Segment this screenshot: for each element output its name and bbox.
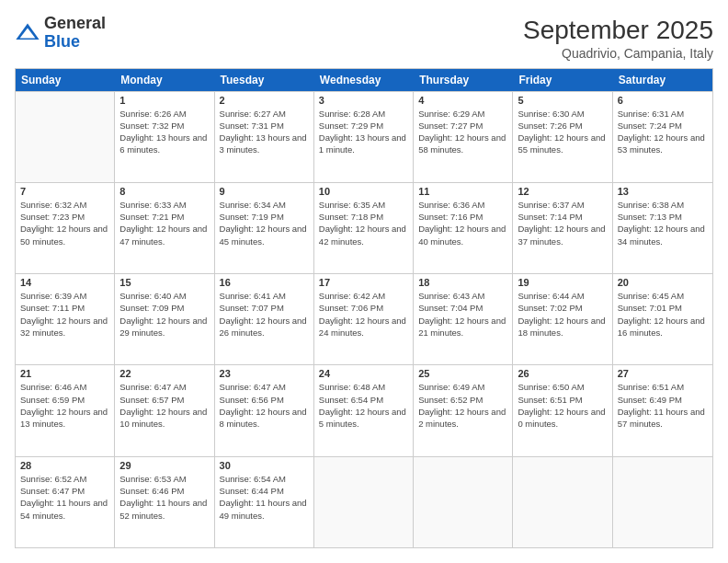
sunset-label: Sunset: 7:06 PM [319, 303, 383, 313]
dow-thursday: Thursday [414, 69, 513, 91]
sunset-label: Sunset: 7:18 PM [319, 212, 383, 222]
sunrise-label: Sunrise: 6:47 AM [119, 382, 186, 392]
day-info: Sunrise: 6:26 AMSunset: 7:32 PMDaylight:… [119, 108, 209, 156]
cell-4-1: 21Sunrise: 6:46 AMSunset: 6:59 PMDayligh… [16, 365, 115, 455]
day-info: Sunrise: 6:37 AMSunset: 7:14 PMDaylight:… [518, 199, 607, 247]
cell-4-6: 26Sunrise: 6:50 AMSunset: 6:51 PMDayligh… [513, 365, 612, 455]
sunset-label: Sunset: 7:27 PM [418, 121, 483, 131]
sunrise-label: Sunrise: 6:44 AM [518, 291, 584, 301]
sunrise-label: Sunrise: 6:30 AM [518, 109, 584, 119]
day-number: 18 [418, 277, 507, 288]
day-info: Sunrise: 6:39 AMSunset: 7:11 PMDaylight:… [20, 290, 109, 339]
sunrise-label: Sunrise: 6:38 AM [618, 200, 684, 210]
sunset-label: Sunset: 7:32 PM [119, 121, 184, 131]
daylight-label: Daylight: 12 hours and 45 minutes. [220, 224, 307, 246]
sunset-label: Sunset: 6:44 PM [220, 486, 284, 496]
sunset-label: Sunset: 7:29 PM [319, 121, 383, 131]
day-info: Sunrise: 6:50 AMSunset: 6:51 PMDaylight:… [518, 381, 607, 430]
daylight-label: Daylight: 12 hours and 13 minutes. [20, 407, 108, 429]
day-info: Sunrise: 6:35 AMSunset: 7:18 PMDaylight:… [319, 199, 408, 247]
sunrise-label: Sunrise: 6:35 AM [319, 200, 385, 210]
day-info: Sunrise: 6:32 AMSunset: 7:23 PMDaylight:… [20, 199, 109, 247]
daylight-label: Daylight: 12 hours and 42 minutes. [319, 224, 406, 246]
sunrise-label: Sunrise: 6:37 AM [518, 200, 584, 210]
day-number: 13 [618, 186, 708, 197]
cell-2-6: 12Sunrise: 6:37 AMSunset: 7:14 PMDayligh… [513, 183, 612, 273]
cell-4-3: 23Sunrise: 6:47 AMSunset: 6:56 PMDayligh… [215, 365, 314, 455]
daylight-label: Daylight: 12 hours and 47 minutes. [119, 224, 207, 246]
daylight-label: Daylight: 11 hours and 54 minutes. [20, 498, 108, 520]
day-info: Sunrise: 6:47 AMSunset: 6:56 PMDaylight:… [220, 381, 309, 430]
sunrise-label: Sunrise: 6:49 AM [418, 382, 484, 392]
cell-5-4 [314, 457, 414, 547]
sunrise-label: Sunrise: 6:40 AM [119, 291, 186, 301]
daylight-label: Daylight: 12 hours and 10 minutes. [119, 407, 207, 429]
day-info: Sunrise: 6:34 AMSunset: 7:19 PMDaylight:… [220, 199, 309, 247]
sunset-label: Sunset: 7:21 PM [119, 212, 184, 222]
day-info: Sunrise: 6:54 AMSunset: 6:44 PMDaylight:… [220, 473, 309, 522]
day-number: 22 [119, 368, 209, 379]
logo-text: General Blue [44, 15, 106, 52]
daylight-label: Daylight: 13 hours and 3 minutes. [220, 132, 307, 155]
day-info: Sunrise: 6:41 AMSunset: 7:07 PMDaylight:… [220, 290, 309, 339]
sunset-label: Sunset: 6:47 PM [20, 486, 85, 496]
sunrise-label: Sunrise: 6:31 AM [618, 109, 684, 119]
daylight-label: Daylight: 12 hours and 18 minutes. [518, 316, 605, 338]
daylight-label: Daylight: 12 hours and 0 minutes. [518, 407, 605, 429]
sunrise-label: Sunrise: 6:54 AM [220, 474, 286, 484]
sunrise-label: Sunrise: 6:26 AM [119, 109, 186, 119]
sunset-label: Sunset: 7:24 PM [618, 121, 682, 131]
daylight-label: Daylight: 12 hours and 8 minutes. [220, 407, 307, 429]
daylight-label: Daylight: 12 hours and 55 minutes. [518, 132, 605, 155]
day-info: Sunrise: 6:40 AMSunset: 7:09 PMDaylight:… [119, 290, 209, 339]
cell-4-7: 27Sunrise: 6:51 AMSunset: 6:49 PMDayligh… [613, 365, 712, 455]
week-1: 1Sunrise: 6:26 AMSunset: 7:32 PMDaylight… [16, 91, 712, 182]
cell-2-3: 9Sunrise: 6:34 AMSunset: 7:19 PMDaylight… [215, 183, 314, 273]
day-number: 19 [518, 277, 607, 288]
day-number: 21 [20, 368, 109, 379]
sunrise-label: Sunrise: 6:48 AM [319, 382, 385, 392]
cell-3-2: 15Sunrise: 6:40 AMSunset: 7:09 PMDayligh… [115, 274, 214, 364]
sunset-label: Sunset: 6:57 PM [119, 395, 184, 405]
daylight-label: Daylight: 12 hours and 24 minutes. [319, 316, 406, 338]
dow-saturday: Saturday [613, 69, 712, 91]
day-info: Sunrise: 6:31 AMSunset: 7:24 PMDaylight:… [618, 108, 708, 156]
cell-5-7 [613, 457, 712, 547]
sunset-label: Sunset: 6:52 PM [418, 395, 483, 405]
day-info: Sunrise: 6:43 AMSunset: 7:04 PMDaylight:… [418, 290, 507, 339]
day-number: 2 [220, 95, 309, 106]
day-number: 26 [518, 368, 607, 379]
day-info: Sunrise: 6:27 AMSunset: 7:31 PMDaylight:… [220, 108, 309, 156]
cell-1-5: 4Sunrise: 6:29 AMSunset: 7:27 PMDaylight… [414, 92, 513, 182]
sunrise-label: Sunrise: 6:47 AM [220, 382, 286, 392]
title-block: September 2025 Quadrivio, Campania, Ital… [523, 15, 713, 61]
sunrise-label: Sunrise: 6:43 AM [418, 291, 484, 301]
cell-1-3: 2Sunrise: 6:27 AMSunset: 7:31 PMDaylight… [215, 92, 314, 182]
cell-3-3: 16Sunrise: 6:41 AMSunset: 7:07 PMDayligh… [215, 274, 314, 364]
cell-5-3: 30Sunrise: 6:54 AMSunset: 6:44 PMDayligh… [215, 457, 314, 547]
day-info: Sunrise: 6:33 AMSunset: 7:21 PMDaylight:… [119, 199, 209, 247]
week-3: 14Sunrise: 6:39 AMSunset: 7:11 PMDayligh… [16, 273, 712, 364]
cell-1-2: 1Sunrise: 6:26 AMSunset: 7:32 PMDaylight… [115, 92, 214, 182]
sunrise-label: Sunrise: 6:34 AM [220, 200, 286, 210]
sunset-label: Sunset: 7:16 PM [418, 212, 483, 222]
daylight-label: Daylight: 12 hours and 2 minutes. [418, 407, 506, 429]
day-number: 3 [319, 95, 408, 106]
day-info: Sunrise: 6:51 AMSunset: 6:49 PMDaylight:… [618, 381, 708, 430]
sunrise-label: Sunrise: 6:33 AM [119, 200, 186, 210]
day-number: 15 [119, 277, 209, 288]
sunset-label: Sunset: 6:49 PM [618, 395, 682, 405]
daylight-label: Daylight: 13 hours and 1 minute. [319, 132, 406, 155]
cell-2-2: 8Sunrise: 6:33 AMSunset: 7:21 PMDaylight… [115, 183, 214, 273]
sunrise-label: Sunrise: 6:27 AM [220, 109, 286, 119]
sunset-label: Sunset: 7:14 PM [518, 212, 582, 222]
logo-general: General [44, 14, 106, 32]
day-number: 1 [119, 95, 209, 106]
day-number: 20 [618, 277, 708, 288]
sunset-label: Sunset: 6:54 PM [319, 395, 383, 405]
day-number: 29 [119, 460, 209, 471]
cell-4-2: 22Sunrise: 6:47 AMSunset: 6:57 PMDayligh… [115, 365, 214, 455]
daylight-label: Daylight: 11 hours and 49 minutes. [220, 498, 307, 520]
daylight-label: Daylight: 12 hours and 29 minutes. [119, 316, 207, 338]
daylight-label: Daylight: 12 hours and 5 minutes. [319, 407, 406, 429]
